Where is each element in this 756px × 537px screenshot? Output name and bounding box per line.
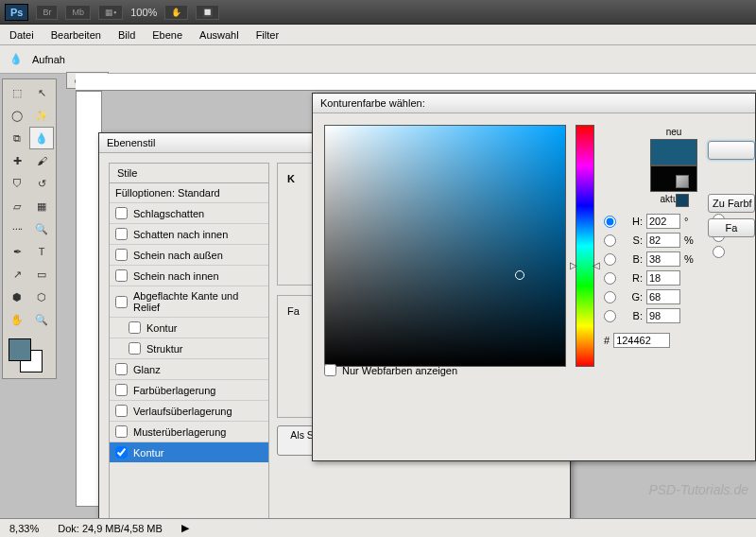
status-doc[interactable]: Dok: 24,9 MB/4,58 MB — [58, 523, 163, 534]
sv-cursor[interactable] — [515, 270, 524, 280]
brush-tool[interactable]: 🖌 — [29, 149, 54, 172]
workspace: ⬚↖ ◯✨ ⧉💧 ✚🖌 ⛉↺ ▱▦ ᠁🔍 ✒T ↗▭ ⬢⬡ ✋🔍 globa E… — [0, 74, 756, 518]
style-item-contour[interactable]: Kontur — [110, 317, 268, 338]
add-swatch-button[interactable]: Fa — [708, 218, 755, 237]
zoom-display[interactable]: 100% — [130, 7, 157, 18]
3d-tool[interactable]: ⬢ — [5, 286, 29, 308]
screenmode-button[interactable]: ▦▪ — [98, 5, 123, 20]
history-tool[interactable]: ↺ — [29, 172, 54, 195]
color-libraries-button[interactable]: Zu Farbf — [708, 194, 755, 213]
style-item-patternoverlay[interactable]: Musterüberlagerung — [110, 421, 268, 442]
blur-tool[interactable]: ᠁ — [5, 217, 29, 240]
cb-satin[interactable] — [115, 363, 128, 375]
marquee-tool[interactable]: ⬚ — [5, 81, 29, 104]
hue-pointer-right[interactable]: ◁ — [593, 260, 600, 270]
cb-dropshadow[interactable] — [115, 207, 128, 219]
style-item-innershadow[interactable]: Schatten nach innen — [110, 223, 268, 244]
crop-tool[interactable]: ⧉ — [5, 127, 29, 149]
heal-tool[interactable]: ✚ — [5, 149, 29, 172]
eyedropper-tool[interactable]: 💧 — [29, 127, 54, 149]
color-picker-dialog: Konturenfarbe wählen: ▷ ◁ neu aktuell — [312, 93, 756, 461]
style-item-dropshadow[interactable]: Schlagschatten — [110, 202, 268, 223]
pen-tool[interactable]: ✒ — [5, 240, 29, 263]
hue-slider[interactable]: ▷ ◁ — [576, 125, 594, 367]
current-color-swatch[interactable] — [650, 165, 697, 192]
input-hex[interactable] — [613, 333, 670, 348]
wand-tool[interactable]: ✨ — [29, 104, 54, 127]
style-item-outerglow[interactable]: Schein nach außen — [110, 244, 268, 265]
ok-button[interactable] — [708, 141, 755, 160]
optbar-sample-label: Aufnah — [32, 54, 65, 65]
radio-bl[interactable] — [604, 310, 616, 322]
cb-gradientoverlay[interactable] — [115, 405, 128, 417]
radio-h[interactable] — [604, 216, 616, 228]
new-color-swatch[interactable] — [650, 139, 697, 165]
cb-patternoverlay[interactable] — [115, 425, 128, 438]
cb-coloroverlay[interactable] — [115, 384, 128, 396]
input-h[interactable] — [646, 214, 680, 229]
saturation-value-field[interactable] — [324, 125, 566, 367]
style-item-innerglow[interactable]: Schein nach innen — [110, 265, 268, 286]
menu-filter[interactable]: Filter — [256, 29, 279, 41]
status-zoom[interactable]: 8,33% — [9, 523, 39, 534]
input-b[interactable] — [646, 251, 680, 267]
websafe-swatch[interactable] — [676, 194, 689, 207]
stamp-tool[interactable]: ⛉ — [5, 172, 29, 195]
cb-bevel[interactable] — [115, 296, 128, 308]
minibridge-button[interactable]: Mb — [65, 5, 91, 20]
menu-ebene[interactable]: Ebene — [152, 29, 182, 41]
input-g[interactable] — [646, 289, 680, 304]
statusbar: 8,33% Dok: 24,9 MB/4,58 MB ▶ — [0, 518, 756, 537]
view-button[interactable]: 🔲 — [196, 5, 219, 20]
menu-auswahl[interactable]: Auswahl — [199, 29, 239, 41]
move-tool[interactable]: ↖ — [29, 81, 54, 104]
radio-b2[interactable] — [713, 246, 725, 258]
hand-tool[interactable]: ✋ — [5, 308, 29, 331]
style-item-gradientoverlay[interactable]: Verlaufsüberlagerung — [110, 400, 268, 421]
3d-cam-tool[interactable]: ⬡ — [29, 286, 54, 308]
menu-bild[interactable]: Bild — [118, 29, 135, 41]
cb-texture[interactable] — [129, 342, 141, 355]
dodge-tool[interactable]: 🔍 — [29, 217, 54, 240]
hand-button[interactable]: ✋ — [164, 5, 188, 20]
lasso-tool[interactable]: ◯ — [5, 104, 29, 127]
input-s[interactable] — [646, 233, 680, 248]
zoom-tool[interactable]: 🔍 — [29, 308, 54, 331]
color-swatches[interactable] — [5, 338, 54, 376]
ruler-horizontal — [76, 74, 756, 91]
options-bar: 💧 Aufnah — [0, 45, 756, 74]
type-tool[interactable]: T — [29, 240, 54, 263]
eraser-tool[interactable]: ▱ — [5, 195, 29, 217]
radio-g[interactable] — [604, 291, 616, 303]
fg-swatch[interactable] — [9, 338, 31, 361]
path-tool[interactable]: ↗ — [5, 263, 29, 286]
cb-innershadow[interactable] — [115, 228, 128, 240]
style-item-bevel[interactable]: Abgeflachte Kante und Relief — [110, 286, 268, 317]
color-picker-title[interactable]: Konturenfarbe wählen: — [313, 94, 755, 113]
cb-outerglow[interactable] — [115, 249, 128, 261]
style-item-coloroverlay[interactable]: Farbüberlagerung — [110, 379, 268, 400]
input-blue[interactable] — [646, 308, 680, 323]
menu-bearbeiten[interactable]: Bearbeiten — [51, 29, 101, 41]
style-item-stroke[interactable]: Kontur — [110, 442, 268, 462]
hue-pointer-left[interactable]: ▷ — [570, 260, 577, 270]
gradient-tool[interactable]: ▦ — [29, 195, 54, 217]
cb-stroke[interactable] — [115, 446, 128, 459]
menu-datei[interactable]: Datei — [9, 29, 34, 41]
warning-cube-icon[interactable] — [676, 175, 689, 188]
blend-options-item[interactable]: Fülloptionen: Standard — [110, 183, 268, 202]
shape-tool[interactable]: ▭ — [29, 263, 54, 286]
radio-s[interactable] — [604, 234, 616, 247]
bridge-button[interactable]: Br — [36, 5, 58, 20]
radio-r[interactable] — [604, 272, 616, 285]
webcolors-checkbox[interactable] — [324, 364, 336, 376]
radio-b[interactable] — [604, 253, 616, 266]
input-r[interactable] — [646, 270, 680, 286]
chevron-right-icon[interactable]: ▶ — [181, 522, 189, 534]
cb-contour[interactable] — [129, 321, 141, 334]
style-item-texture[interactable]: Struktur — [110, 338, 268, 358]
styles-header[interactable]: Stile — [109, 163, 269, 183]
toolbox: ⬚↖ ◯✨ ⧉💧 ✚🖌 ⛉↺ ▱▦ ᠁🔍 ✒T ↗▭ ⬢⬡ ✋🔍 — [2, 78, 57, 379]
style-item-satin[interactable]: Glanz — [110, 358, 268, 379]
cb-innerglow[interactable] — [115, 269, 128, 282]
